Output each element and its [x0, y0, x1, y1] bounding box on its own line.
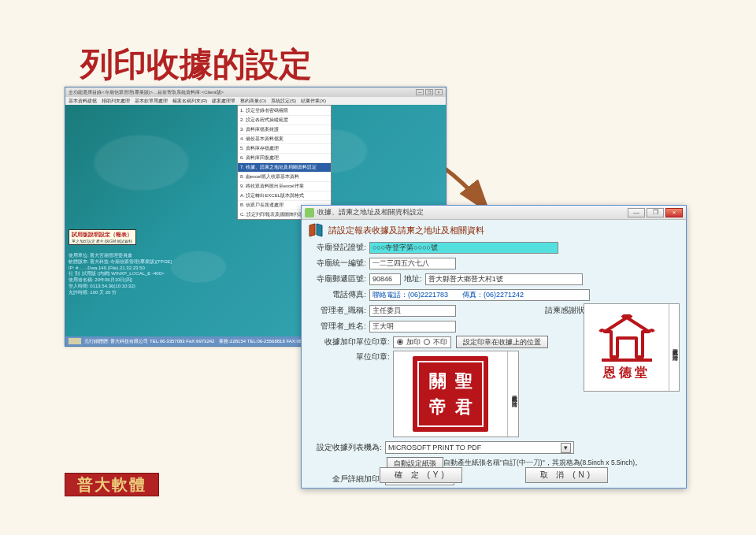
session-info: 使用單位: 普大宮廟管理委員會 軟體版本: 普大科技-寺廟信眾管理(專業版)[T… — [69, 253, 172, 296]
dd-item[interactable]: 1. 設定登錄者密碼權限 — [238, 106, 331, 115]
thanks-edit-strip[interactable]: 載入或更改圖片 清除圖片 — [669, 304, 679, 391]
menu-item[interactable]: 系統設定(S) — [271, 98, 296, 105]
dialog-icon — [305, 208, 314, 217]
lbl-tel: 電話傳真: — [308, 290, 369, 300]
temple-icon: 恩德堂 — [598, 314, 655, 381]
lbl-receipt-unit: 收據加印單位印章: — [308, 337, 393, 347]
brand-logo: 普大軟體 — [65, 473, 159, 496]
books-icon — [308, 223, 324, 237]
menu-item[interactable]: 結束作業(X) — [301, 98, 326, 105]
dd-item-receipt-settings[interactable]: 7. 收據、請柬之地址及相關資料設定 — [238, 162, 331, 172]
dialog-maximize-button[interactable]: ❐ — [647, 208, 664, 217]
dd-item[interactable]: 5. 資料庫存檔處理 — [238, 143, 331, 153]
seal-image: 關 聖 帝 君 — [413, 356, 488, 432]
lbl-zip: 寺廟郵遞區號: — [308, 274, 369, 284]
menu-item[interactable]: 建案處理單 — [212, 98, 235, 105]
stamp-edit-strip[interactable]: 載入或更改圖片 清除圖片 — [507, 351, 518, 437]
system-settings-dropdown[interactable]: 1. 設定登錄者密碼權限 2. 設定各程式操縱範度 3. 資料庫檔案維護 4. … — [237, 105, 332, 220]
dd-item[interactable]: 9. 將收眾資料匯出至excel作業 — [238, 181, 331, 191]
lbl-set-printer: 設定收據列表機為: — [308, 443, 385, 453]
lbl-mgr-title: 管理者_職稱: — [308, 306, 369, 316]
input-zip[interactable]: 90846 — [369, 273, 401, 285]
dialog-header: 請設定報表收據及請柬之地址及相關資料 — [308, 223, 680, 237]
lbl-reg-no: 寺廟登記證號: — [308, 243, 369, 253]
page-title: 列印收據的設定 — [80, 43, 312, 87]
dd-item[interactable]: A. 設定轉出EXCEL版本與格式 — [238, 191, 331, 200]
dd-item[interactable]: 6. 資料庫回復處理 — [238, 153, 331, 162]
dialog-close-button[interactable]: × — [665, 208, 683, 217]
set-stamp-position-button[interactable]: 設定印章在收據上的位置 — [456, 336, 548, 348]
lbl-unit-stamp: 單位印章: — [308, 351, 393, 362]
dialog-title: 收據、請柬之地址及相關資料設定 — [317, 207, 628, 217]
radio-receipt-print-off[interactable] — [424, 339, 430, 345]
close-button[interactable]: × — [435, 89, 443, 95]
trial-notice: 試用版說明設定（報表） 單之加印設定 產生(與GM 測試資料 — [69, 229, 136, 245]
dialog-minimize-button[interactable]: — — [628, 208, 645, 217]
main-titlebar: 全功能選擇目錄<寺廟信眾管理(專業版)>…目前寄取系統資料庫:<Client版>… — [65, 87, 446, 97]
radio-receipt-print-on[interactable] — [397, 339, 403, 345]
lbl-addr: 地址: — [404, 274, 422, 284]
minimize-button[interactable]: — — [416, 89, 424, 95]
menu-item[interactable]: 權案名稱列支(R) — [172, 98, 207, 105]
input-uni-no[interactable]: 一二三四五六七八 — [369, 258, 456, 269]
footer-logo — [69, 338, 81, 344]
dialog-titlebar: 收據、請柬之地址及相關資料設定 — ❐ × — [302, 206, 686, 220]
receipt-settings-dialog: 收據、請柬之地址及相關資料設定 — ❐ × 請設定報表收據及請柬之地址及相關資料… — [301, 205, 687, 489]
menu-item[interactable]: 基本資料建檔 — [69, 98, 97, 105]
menu-item[interactable]: 相助列支處理 — [102, 98, 130, 105]
dd-item[interactable]: 8. 由excel匯入收眾基本資料 — [238, 172, 331, 181]
chevron-down-icon[interactable]: ▾ — [561, 443, 571, 453]
dd-item[interactable]: 3. 資料庫檔案維護 — [238, 124, 331, 134]
main-menubar[interactable]: 基本資料建檔 相助列支處理 基本款單用處理 權案名稱列支(R) 建案處理單 整約… — [65, 97, 446, 105]
input-reg-no[interactable]: ○○○寺登字第○○○○號 — [369, 242, 558, 254]
input-tel[interactable]: 聯絡電話：(06)2221783 傳真：(06)2271242 — [369, 289, 590, 301]
restore-button[interactable]: ❐ — [425, 89, 433, 95]
unit-stamp-preview: 關 聖 帝 君 載入或更改圖片 清除圖片 — [393, 351, 519, 437]
dd-item[interactable]: 2. 設定各程式操縱範度 — [238, 115, 331, 124]
receipt-print-radios[interactable]: 加印 不印 — [393, 336, 451, 348]
menu-item[interactable]: 整約商量(O) — [240, 98, 266, 105]
input-addr[interactable]: 普大縣普大鄉普大村1號 — [425, 273, 583, 285]
lbl-mgr-name: 管理者_姓名: — [308, 321, 369, 332]
thanks-image-preview: 恩德堂 載入或更改圖片 清除圖片 — [584, 303, 680, 392]
input-mgr-title[interactable]: 主任委員 — [369, 305, 456, 317]
lbl-uni-no: 寺廟統一編號: — [308, 258, 369, 269]
printer-select[interactable]: MICROSOFT PRINT TO PDF ▾ — [385, 441, 574, 454]
ok-button[interactable]: 確 定 (Y) — [380, 467, 462, 483]
main-title-text: 全功能選擇目錄<寺廟信眾管理(專業版)>…目前寄取系統資料庫:<Client版> — [69, 89, 416, 96]
cancel-button[interactable]: 取 消 (N) — [525, 467, 608, 483]
input-mgr-name[interactable]: 王大明 — [369, 321, 456, 333]
menu-item[interactable]: 基本款單用處理 — [135, 98, 168, 105]
dd-item[interactable]: 4. 備份基本資料檔案 — [238, 134, 331, 143]
